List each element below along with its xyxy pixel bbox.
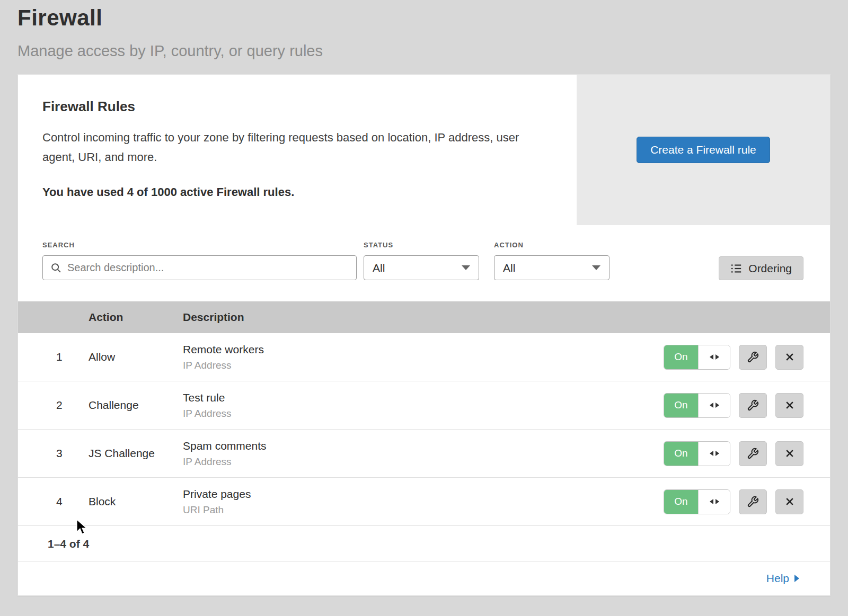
- chevron-down-icon: [592, 265, 600, 270]
- filters-bar: SEARCH STATUS All ACTION: [18, 225, 830, 301]
- page-header: Firewall Manage access by IP, country, o…: [0, 0, 848, 60]
- caret-right-icon: [794, 575, 799, 582]
- rule-description-cell: Test rule IP Address: [183, 391, 664, 419]
- page-title: Firewall: [17, 5, 831, 31]
- left-right-arrows-icon: [708, 401, 721, 409]
- rule-controls: On: [664, 441, 830, 466]
- ordering-button-label: Ordering: [748, 262, 792, 275]
- toggle-handle[interactable]: [698, 442, 730, 466]
- close-icon: [784, 496, 795, 507]
- intro-side-panel: Create a Firewall rule: [577, 75, 830, 225]
- edit-rule-button[interactable]: [739, 345, 767, 370]
- rule-match-type: IP Address: [183, 360, 664, 371]
- rule-match-type: IP Address: [183, 408, 664, 419]
- rule-action: Challenge: [89, 399, 183, 412]
- close-icon: [784, 448, 795, 459]
- help-row: Help: [18, 561, 830, 595]
- rule-description: Test rule: [183, 391, 664, 404]
- rule-enabled-toggle[interactable]: On: [664, 345, 730, 370]
- rule-number: 2: [18, 399, 89, 412]
- rule-number: 4: [18, 495, 89, 508]
- search-label: SEARCH: [42, 241, 357, 249]
- column-description: Description: [183, 311, 830, 324]
- rule-number: 3: [18, 447, 89, 460]
- rule-match-type: URI Path: [183, 504, 664, 516]
- left-right-arrows-icon: [708, 449, 721, 458]
- rule-description: Spam comments: [183, 440, 664, 452]
- close-icon: [784, 352, 795, 362]
- status-field-group: STATUS All: [364, 241, 479, 280]
- toggle-on-label: On: [664, 345, 698, 369]
- usage-summary: You have used 4 of 1000 active Firewall …: [42, 185, 540, 199]
- help-link[interactable]: Help: [766, 572, 799, 585]
- action-label: ACTION: [494, 241, 610, 249]
- rule-action: Block: [89, 495, 183, 508]
- column-action: Action: [89, 311, 183, 324]
- delete-rule-button[interactable]: [775, 345, 803, 370]
- toggle-on-label: On: [664, 394, 698, 417]
- rule-match-type: IP Address: [183, 456, 664, 468]
- wrench-icon: [747, 496, 759, 508]
- rule-action: JS Challenge: [89, 447, 183, 460]
- rule-description-cell: Remote workers IP Address: [183, 343, 664, 371]
- rules-table-body: 1 Allow Remote workers IP Address On: [18, 333, 830, 526]
- status-select[interactable]: All: [364, 255, 479, 280]
- action-select[interactable]: All: [494, 255, 610, 280]
- rule-controls: On: [664, 489, 830, 514]
- search-input[interactable]: [67, 262, 349, 274]
- rule-enabled-toggle[interactable]: On: [664, 441, 730, 466]
- edit-rule-button[interactable]: [739, 441, 767, 466]
- table-row: 4 Block Private pages URI Path On: [18, 478, 830, 526]
- toggle-handle[interactable]: [698, 345, 730, 369]
- toggle-on-label: On: [664, 490, 698, 514]
- ordered-list-icon: [730, 263, 742, 274]
- page-subtitle: Manage access by IP, country, or query r…: [17, 42, 831, 60]
- rule-description: Remote workers: [183, 343, 664, 356]
- intro-text: Firewall Rules Control incoming traffic …: [18, 75, 577, 225]
- action-value: All: [503, 262, 515, 274]
- rule-description-cell: Spam comments IP Address: [183, 440, 664, 468]
- rule-enabled-toggle[interactable]: On: [664, 393, 730, 418]
- delete-rule-button[interactable]: [775, 393, 803, 418]
- edit-rule-button[interactable]: [739, 489, 767, 514]
- intro-section: Firewall Rules Control incoming traffic …: [18, 75, 830, 225]
- table-row: 1 Allow Remote workers IP Address On: [18, 333, 830, 381]
- left-right-arrows-icon: [708, 353, 721, 361]
- search-box[interactable]: [42, 255, 357, 280]
- section-description: Control incoming traffic to your zone by…: [42, 128, 540, 167]
- left-right-arrows-icon: [708, 497, 721, 506]
- close-icon: [784, 400, 795, 410]
- action-field-group: ACTION All: [494, 241, 610, 280]
- status-value: All: [373, 262, 385, 274]
- status-label: STATUS: [364, 241, 479, 249]
- edit-rule-button[interactable]: [739, 393, 767, 418]
- table-row: 3 JS Challenge Spam comments IP Address …: [18, 430, 830, 478]
- wrench-icon: [747, 448, 759, 460]
- wrench-icon: [747, 351, 759, 363]
- search-field-group: SEARCH: [42, 241, 357, 280]
- rule-description-cell: Private pages URI Path: [183, 488, 664, 516]
- rule-description: Private pages: [183, 488, 664, 501]
- section-heading: Firewall Rules: [42, 99, 540, 115]
- firewall-rules-card: Firewall Rules Control incoming traffic …: [17, 74, 831, 596]
- delete-rule-button[interactable]: [775, 441, 803, 466]
- toggle-on-label: On: [664, 442, 698, 466]
- pagination-summary: 1–4 of 4: [18, 526, 830, 561]
- delete-rule-button[interactable]: [775, 489, 803, 514]
- help-link-label: Help: [766, 572, 789, 585]
- table-row: 2 Challenge Test rule IP Address On: [18, 381, 830, 430]
- table-header: Action Description: [18, 301, 830, 333]
- wrench-icon: [747, 399, 759, 412]
- rule-controls: On: [664, 393, 830, 418]
- rule-enabled-toggle[interactable]: On: [664, 489, 730, 514]
- toggle-handle[interactable]: [698, 394, 730, 417]
- rule-controls: On: [664, 345, 830, 370]
- rule-number: 1: [18, 351, 89, 363]
- rule-action: Allow: [89, 351, 183, 363]
- ordering-button[interactable]: Ordering: [719, 256, 803, 280]
- chevron-down-icon: [462, 265, 470, 270]
- create-firewall-rule-button[interactable]: Create a Firewall rule: [637, 137, 770, 163]
- search-icon: [50, 262, 62, 274]
- toggle-handle[interactable]: [698, 490, 730, 514]
